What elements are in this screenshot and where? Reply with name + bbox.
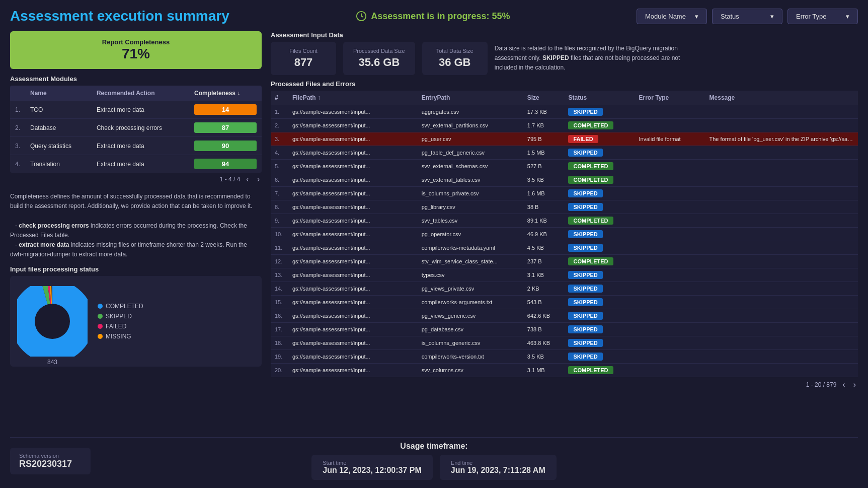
modules-section-title: Assessment Modules [10,75,262,83]
row-error-type [635,228,705,241]
files-pagination: 1 - 20 / 879 ‹ › [271,377,858,389]
files-page-info: 1 - 20 / 879 [806,381,837,388]
row-entry: compilerworks-version.txt [418,350,523,364]
row-num: 2. [10,119,25,137]
table-row: 20. gs://sample-assessment/input... svv_… [271,364,858,377]
row-entry: is_columns_generic.csv [418,336,523,350]
status-filter[interactable]: Status ▾ [712,9,782,24]
row-entry: compilerworks-metadata.yaml [418,241,523,255]
chart-section: Input files processing status [10,265,262,367]
row-status: COMPLETED [564,119,635,132]
left-panel: Report Completeness 71% Assessment Modul… [10,31,262,432]
row-filepath: gs://sample-assessment/input... [288,364,418,377]
row-message [705,255,858,268]
missing-dot [98,334,103,339]
skipped-dot [98,314,103,319]
row-filepath: gs://sample-assessment/input... [288,228,418,241]
module-name-filter[interactable]: Module Name ▾ [637,9,707,24]
table-row: 13. gs://sample-assessment/input... type… [271,268,858,282]
row-num: 8. [271,200,288,214]
table-row: 8. gs://sample-assessment/input... pg_li… [271,200,858,214]
page-title: Assessment execution summary [10,8,229,24]
row-size: 46.9 KB [523,228,565,241]
col-num-header: # [271,91,288,105]
col-size-header: Size [523,91,565,105]
table-row: 4. gs://sample-assessment/input... pg_ta… [271,146,858,160]
row-error-type [635,309,705,323]
input-data-cards: Files Count 877 Processed Data Size 35.6… [271,42,858,75]
row-status: COMPLETED [564,255,635,268]
col-entry-header: EntryPath [418,91,523,105]
report-completeness-value: 71% [17,46,255,62]
row-filepath: gs://sample-assessment/input... [288,255,418,268]
row-filepath: gs://sample-assessment/input... [288,336,418,350]
row-message [705,350,858,364]
modules-pagination: 1 - 4 / 4 ‹ › [10,173,262,186]
processed-size-card: Processed Data Size 35.6 GB [343,42,415,75]
row-status: COMPLETED [564,173,635,187]
row-num: 20. [271,364,288,377]
row-size: 38 B [523,200,565,214]
row-entry: svv_external_schemas.csv [418,160,523,173]
table-row: 7. gs://sample-assessment/input... is_co… [271,187,858,200]
body-layout: Report Completeness 71% Assessment Modul… [10,31,858,432]
row-error-type [635,282,705,296]
row-filepath: gs://sample-assessment/input... [288,214,418,228]
row-message [705,323,858,336]
row-num: 15. [271,296,288,309]
row-error-type [635,200,705,214]
row-error-type [635,323,705,336]
table-row: 1. TCO Extract more data 14 [10,101,262,119]
row-status: SKIPPED [564,296,635,309]
table-row: 12. gs://sample-assessment/input... stv_… [271,255,858,268]
table-row: 15. gs://sample-assessment/input... comp… [271,296,858,309]
row-size: 795 B [523,132,565,146]
data-size-note: Data size is related to the files recogn… [495,42,686,73]
usage-title: Usage timeframe: [400,442,467,451]
row-size: 1.5 MB [523,146,565,160]
row-num: 18. [271,336,288,350]
row-size: 738 B [523,323,565,336]
row-status: SKIPPED [564,187,635,200]
table-row: 6. gs://sample-assessment/input... svv_e… [271,173,858,187]
total-size-card: Total Data Size 36 GB [422,42,488,75]
row-num: 4. [10,155,25,173]
row-error-type [635,119,705,132]
pie-chart-wrapper: 843 [17,286,88,357]
row-entry: pg_database.csv [418,323,523,336]
row-message [705,296,858,309]
row-error-type [635,187,705,200]
table-row: 16. gs://sample-assessment/input... pg_v… [271,309,858,323]
row-size: 1.6 MB [523,187,565,200]
row-message [705,200,858,214]
start-time-value: Jun 12, 2023, 12:00:37 PM [323,466,422,475]
row-status: SKIPPED [564,200,635,214]
files-next-btn[interactable]: › [851,380,858,389]
row-action: Check processing errors [92,119,189,137]
modules-prev-btn[interactable]: ‹ [244,175,251,184]
row-error-type: Invalid file format [635,132,705,146]
files-table: # FilePath ↑ EntryPath Size Status Error… [271,91,858,377]
col-status-header: Status [564,91,635,105]
row-entry: is_columns_private.csv [418,187,523,200]
usage-timeframe: Usage timeframe: Start time Jun 12, 2023… [311,442,557,480]
col-completeness[interactable]: Completeness ↓ [189,86,262,101]
row-filepath: gs://sample-assessment/input... [288,323,418,336]
row-entry: svv_tables.csv [418,214,523,228]
row-error-type [635,173,705,187]
modules-next-btn[interactable]: › [255,175,262,184]
row-filepath: gs://sample-assessment/input... [288,146,418,160]
row-entry: stv_wlm_service_class_state... [418,255,523,268]
row-num: 17. [271,323,288,336]
row-filepath: gs://sample-assessment/input... [288,350,418,364]
row-size: 89.1 KB [523,214,565,228]
table-row: 3. gs://sample-assessment/input... pg_us… [271,132,858,146]
bottom-section: Schema version RS20230317 Usage timefram… [10,437,858,480]
row-num: 3. [10,137,25,155]
row-error-type [635,105,705,119]
error-type-filter[interactable]: Error Type ▾ [787,9,858,24]
files-prev-btn[interactable]: ‹ [840,380,847,389]
start-time-card: Start time Jun 12, 2023, 12:00:37 PM [311,455,433,480]
row-entry: pg_views_private.csv [418,282,523,296]
col-filepath-header[interactable]: FilePath ↑ [288,91,418,105]
